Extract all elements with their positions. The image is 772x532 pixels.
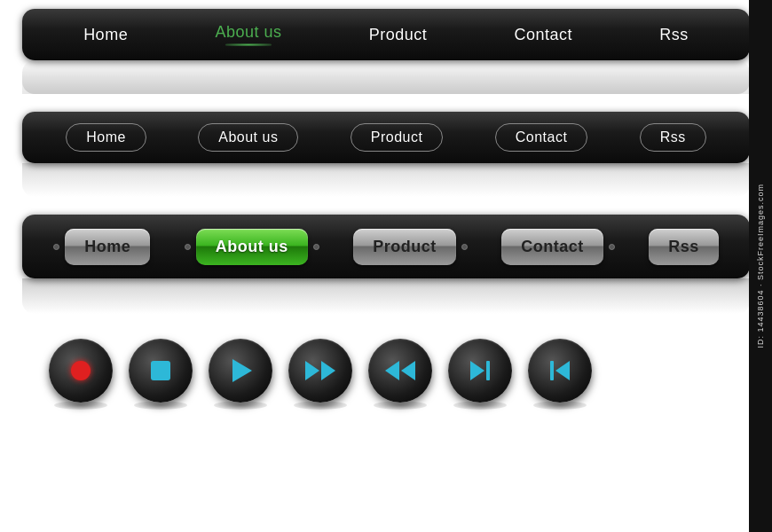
metal-btn-contact[interactable]: Contact [501,229,603,265]
navbar1-wrapper: Home About us Product Contact Rss [22,9,750,108]
rewind-icon [385,361,415,380]
stop-icon [151,361,170,380]
nav3-home[interactable]: Home [53,229,150,265]
metal-btn-home[interactable]: Home [65,229,150,265]
nav2-about[interactable]: About us [198,123,298,152]
nav3-contact[interactable]: Contact [501,229,615,265]
watermark-text: ID: 14438604 · StockFreeImages.com [756,184,765,348]
navbar2-wrapper: Home About us Product Contact Rss [22,112,750,211]
record-icon [71,361,91,380]
nav1-contact[interactable]: Contact [502,20,586,50]
skip-forward-button[interactable] [448,339,512,403]
nav2-contact[interactable]: Contact [495,123,588,152]
stop-button[interactable] [129,339,193,403]
record-button[interactable] [49,339,113,403]
dot-about [185,244,191,250]
navbar1-reflection [22,60,750,94]
rewind-button[interactable] [368,339,432,403]
dot-product [461,244,468,250]
skip-back-button[interactable] [528,339,592,403]
skip-forward-icon [470,361,490,380]
nav3-product[interactable]: Product [353,229,468,265]
fast-forward-button[interactable] [288,339,352,403]
navbar3: Home About us Product Contact Rss [22,215,750,278]
nav2-home[interactable]: Home [66,123,146,152]
dot-after-about [313,244,319,250]
media-row [22,339,750,403]
nav1-product[interactable]: Product [357,20,440,50]
play-icon [229,359,252,382]
nav3-rss[interactable]: Rss [649,229,719,265]
dot-home [53,244,59,250]
nav1-about[interactable]: About us [202,18,294,51]
nav3-about[interactable]: About us [185,229,319,265]
nav1-rss[interactable]: Rss [647,20,701,50]
nav2-product[interactable]: Product [351,123,444,152]
fast-forward-icon [305,361,335,380]
play-button[interactable] [209,339,272,403]
metal-btn-about[interactable]: About us [196,229,308,265]
navbar2: Home About us Product Contact Rss [22,112,750,163]
navbar2-reflection [22,163,750,197]
metal-btn-rss[interactable]: Rss [649,229,719,265]
navbar1: Home About us Product Contact Rss [22,9,750,60]
skip-back-icon [550,361,570,380]
dot-contact [609,244,615,250]
metal-btn-product[interactable]: Product [353,229,456,265]
nav1-home[interactable]: Home [71,20,140,50]
navbar3-reflection [22,278,750,314]
navbar3-wrapper: Home About us Product Contact Rss [22,215,750,330]
nav2-rss[interactable]: Rss [640,123,706,152]
watermark-strip: ID: 14438604 · StockFreeImages.com [749,0,772,532]
